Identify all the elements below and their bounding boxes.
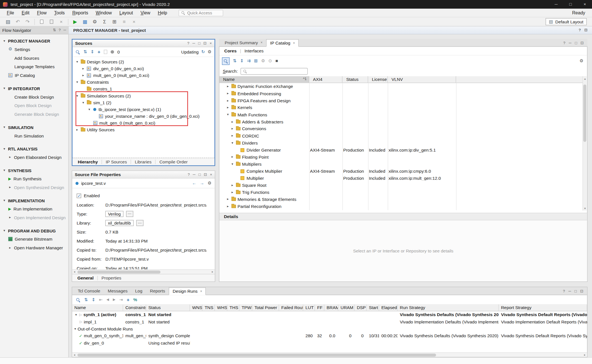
col-whs[interactable]: WHS [215, 305, 227, 311]
col-bram[interactable]: BRAM [324, 305, 338, 311]
col-run-strategy[interactable]: Run Strategy [397, 305, 499, 311]
search-icon[interactable] [76, 298, 80, 302]
flownav-item-language-templates[interactable]: Language Templates [0, 62, 68, 71]
menu-edit[interactable]: Edit [18, 8, 33, 17]
help-icon[interactable] [187, 41, 189, 45]
flownav-section-ip-integrator[interactable]: IP INTEGRATOR [0, 85, 68, 92]
ip-category-memories-storage[interactable]: Memories & Storage Elements [219, 196, 584, 203]
col-report-strategy[interactable]: Report Strategy [499, 305, 587, 311]
settings-icon[interactable] [90, 18, 99, 26]
add-sources-icon[interactable] [98, 49, 100, 54]
float-panel-icon[interactable] [575, 41, 577, 45]
enabled-checkbox-row[interactable]: Enabled [77, 192, 100, 200]
tab-libraries[interactable]: Libraries [132, 159, 155, 164]
forward-icon[interactable] [200, 181, 204, 185]
flownav-item-generate-block-design[interactable]: Generate Block Design [0, 110, 68, 119]
col-start[interactable]: Start [366, 305, 379, 311]
ip-category-floating-point[interactable]: Floating Point [219, 154, 584, 161]
step-back-icon[interactable] [107, 298, 109, 301]
edit-icon[interactable] [120, 18, 128, 26]
tree-item-utility-sources[interactable]: Utility Sources [72, 126, 215, 133]
tab-ip-catalog[interactable]: IP Catalog [266, 39, 299, 47]
ip-category-trig-functions[interactable]: Trig Functions [219, 189, 584, 196]
tree-item-tb-ipcore-test[interactable]: tb_ipcore_test (ipcore_test.v) (1) [72, 106, 215, 113]
tab-design-runs[interactable]: Design Runs [169, 288, 206, 295]
run-row-div-gen-0[interactable]: div_gen_0 Using cached IP results [72, 339, 587, 347]
column-header-vlnv[interactable]: VLNV [388, 76, 456, 83]
flownav-section-simulation[interactable]: SIMULATION [0, 123, 68, 131]
col-uram[interactable]: URAM [338, 305, 355, 311]
flownav-item-open-elaborated-design[interactable]: Open Elaborated Design [0, 153, 68, 161]
help-icon[interactable] [563, 289, 565, 293]
ip-category-square-root[interactable]: Square Root [219, 182, 584, 189]
column-header-license[interactable]: License [368, 76, 388, 83]
ip-table-vertical-scrollbar[interactable] [583, 76, 587, 211]
expand-all-icon[interactable] [92, 298, 95, 302]
back-icon[interactable] [192, 181, 196, 185]
run-row-mult-gen-0-synth-1[interactable]: mult_gen_0_synth_1 mult_gen_0 synth_desi… [72, 332, 587, 339]
close-tab-icon[interactable] [260, 41, 262, 44]
flownav-item-generate-bitstream[interactable]: Generate Bitstream [0, 235, 68, 243]
col-lut[interactable]: LUT [303, 305, 315, 311]
info-icon[interactable] [268, 59, 272, 63]
minimize-button[interactable] [549, 0, 563, 9]
help-icon[interactable] [578, 28, 581, 32]
menu-reports[interactable]: Reports [69, 8, 92, 17]
ip-category-dynamic-function-exchange[interactable]: Dynamic Function eXchange [219, 83, 584, 90]
scroll-left-icon[interactable] [72, 353, 77, 357]
ip-category-kernels[interactable]: Kernels [219, 104, 584, 111]
menu-flow[interactable]: Flow [33, 8, 50, 17]
flownav-item-open-hardware-manager[interactable]: Open Hardware Manager [0, 243, 68, 252]
minimize-panel-icon[interactable] [193, 173, 196, 176]
help-icon[interactable] [188, 173, 190, 176]
tree-item-your-instance-name[interactable]: your_instance_name : div_gen_0 (div_gen_… [72, 113, 215, 119]
flownav-section-synthesis[interactable]: SYNTHESIS [0, 167, 68, 174]
collapse-all-icon[interactable] [84, 298, 88, 302]
tab-log[interactable]: Log [131, 287, 146, 295]
col-tns[interactable]: TNS [202, 305, 215, 311]
abort-icon[interactable] [130, 18, 138, 26]
tab-ip-sources[interactable]: IP Sources [103, 159, 130, 164]
refresh-icon[interactable] [201, 50, 205, 54]
ip-category-math-functions[interactable]: Math Functions [219, 111, 584, 118]
enabled-checkbox[interactable] [77, 194, 81, 198]
column-header-status[interactable]: Status [343, 76, 368, 83]
ip-row-complex-multiplier[interactable]: Complex Multiplier AXI4-Stream Productio… [219, 168, 584, 175]
tree-item-constrs-1[interactable]: constrs_1 [72, 86, 215, 92]
menu-layout[interactable]: Layout [116, 8, 137, 17]
flownav-item-add-sources[interactable]: Add Sources [0, 54, 68, 62]
skip-to-start-icon[interactable] [99, 298, 103, 302]
ip-category-embedded-processing[interactable]: Embedded Processing [219, 90, 584, 97]
close-panel-icon[interactable] [210, 41, 212, 45]
ip-row-multiplier[interactable]: Multiplier Production Included xilinx.co… [219, 175, 584, 182]
col-ths[interactable]: THS [227, 305, 239, 311]
minimize-panel-icon[interactable] [63, 28, 66, 32]
type-value-box[interactable]: Verilog [105, 211, 123, 217]
float-panel-icon[interactable] [198, 41, 200, 45]
program-icon[interactable] [81, 18, 89, 26]
col-dsp[interactable]: DSP [355, 305, 367, 311]
layout-grid-icon[interactable] [110, 18, 118, 26]
help-icon[interactable] [59, 28, 61, 32]
filter-dot-icon[interactable] [111, 50, 114, 54]
ip-category-adders-subtracters[interactable]: Adders & Subtracters [219, 118, 584, 125]
scroll-up-icon[interactable] [583, 76, 587, 81]
col-failed-routes[interactable]: Failed Routes [279, 305, 303, 311]
stop-icon[interactable] [275, 59, 278, 63]
tab-messages[interactable]: Messages [104, 287, 131, 295]
flownav-item-open-block-design[interactable]: Open Block Design [0, 101, 68, 110]
quick-access-search[interactable]: Quick Access [178, 10, 223, 16]
tree-item-sim-mult-gen-0[interactable]: mult_gen_0 (mult_gen_0.xci) [72, 120, 215, 126]
scroll-down-icon[interactable] [583, 206, 587, 210]
type-browse-button[interactable] [126, 211, 133, 217]
flownav-section-project-manager[interactable]: PROJECT MANAGER [0, 37, 68, 45]
ip-category-partial-reconfiguration[interactable]: Partial Reconfiguration [219, 203, 584, 210]
col-elapsed[interactable]: Elapsed [379, 305, 398, 311]
search-toggle[interactable] [222, 57, 230, 65]
col-wns[interactable]: WNS [190, 305, 202, 311]
flownav-item-settings[interactable]: Settings [0, 45, 68, 54]
dock-icon[interactable] [53, 28, 56, 32]
flownav-item-open-synthesized-design[interactable]: Open Synthesized Design [0, 183, 68, 192]
col-status[interactable]: Status [146, 305, 190, 311]
expand-all-icon[interactable] [90, 50, 94, 54]
